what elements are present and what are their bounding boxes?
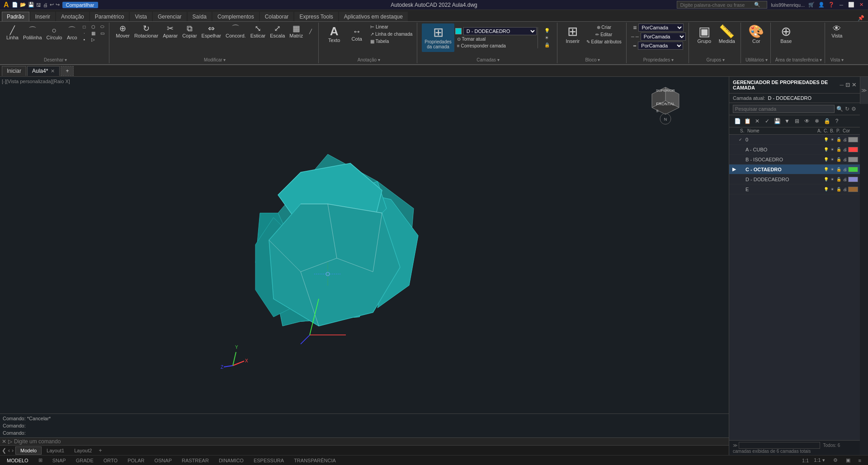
layout-tab-layout1[interactable]: Layout1 bbox=[42, 446, 69, 455]
layer-color-oct[interactable] bbox=[848, 167, 858, 172]
tab-vista[interactable]: Vista bbox=[130, 12, 151, 21]
rect-btn[interactable]: □ bbox=[80, 24, 88, 30]
layer-lock-iso[interactable]: 🔓 bbox=[835, 156, 842, 163]
close-btn[interactable]: ✕ bbox=[858, 2, 864, 8]
search-input[interactable] bbox=[680, 2, 752, 8]
grid-toggle-icon[interactable]: ⊞ bbox=[35, 456, 46, 465]
layer-on-cubo[interactable]: 💡 bbox=[823, 146, 829, 153]
tab-aula4[interactable]: Aula4* ✕ bbox=[27, 66, 60, 76]
layer-print-cubo[interactable]: 🖨 bbox=[842, 146, 848, 153]
restore-btn[interactable]: ⬜ bbox=[848, 2, 854, 8]
layer-freeze-oct[interactable]: ☀ bbox=[829, 166, 835, 173]
layer-freeze-all-btn[interactable]: ❄ bbox=[812, 117, 821, 126]
vista-btn[interactable]: 👁Vista bbox=[830, 23, 844, 39]
share-button[interactable]: Compartilhar bbox=[62, 2, 98, 8]
mover-btn[interactable]: ⊕Mover bbox=[114, 23, 132, 39]
tab-colaborar[interactable]: Colaborar bbox=[260, 12, 294, 21]
grupo-btn[interactable]: ▣Grupo bbox=[693, 23, 715, 46]
polilinha-btn[interactable]: ⌒Polilinha bbox=[21, 25, 44, 41]
layer-state-btn[interactable]: 💾 bbox=[773, 117, 782, 126]
grade-btn[interactable]: GRADE bbox=[73, 456, 97, 465]
rastrear-btn[interactable]: RASTREAR bbox=[179, 456, 212, 465]
layer-lock-0[interactable]: 🔓 bbox=[835, 136, 842, 143]
layout-next-icon[interactable]: › bbox=[12, 447, 14, 454]
polar-btn[interactable]: POLAR bbox=[124, 456, 147, 465]
undo-icon[interactable]: ↩ bbox=[50, 2, 54, 8]
layer-color-cubo[interactable] bbox=[848, 147, 858, 152]
prop-linetype-select[interactable]: PorCamada bbox=[641, 33, 686, 41]
base-btn[interactable]: ⊕Base bbox=[775, 23, 797, 46]
espessura-btn[interactable]: ESPESSURA bbox=[250, 456, 287, 465]
layer-color-e[interactable] bbox=[848, 187, 858, 192]
layer-color-iso[interactable] bbox=[848, 157, 858, 162]
layer-search-input[interactable] bbox=[733, 105, 835, 113]
ellipse-btn[interactable]: ⬭ bbox=[98, 23, 106, 30]
tab-parametrico[interactable]: Paramétrico bbox=[90, 12, 129, 21]
layer-freeze-0[interactable]: ☀ bbox=[829, 136, 835, 143]
layer-settings-icon[interactable]: ⚙ bbox=[851, 106, 856, 112]
layout-expand-icon[interactable]: ❮ bbox=[2, 447, 6, 454]
layer-row-iso[interactable]: B - ISOCAEDRO 💡 ☀ 🔓 🖨 bbox=[729, 155, 860, 164]
tab-gerenciar[interactable]: Gerenciar bbox=[153, 12, 187, 21]
layer-row-oct[interactable]: ▶ C - OCTAEDRO 💡 ☀ 🔓 🖨 bbox=[729, 164, 860, 174]
prop-color-select[interactable]: PorCamada bbox=[638, 23, 684, 32]
tab-express[interactable]: Express Tools bbox=[294, 12, 338, 21]
layer-row-cubo[interactable]: A - CUBO 💡 ☀ 🔓 🖨 bbox=[729, 145, 860, 155]
rotacionar-btn[interactable]: ↻Rotacionar bbox=[132, 23, 160, 39]
dinamico-btn[interactable]: DINAMICO bbox=[216, 456, 247, 465]
viewport[interactable]: [-][Vista personalizada][Raio X] bbox=[0, 77, 729, 455]
layer-print-oct[interactable]: 🖨 bbox=[842, 166, 848, 173]
customize-btn[interactable]: ≡ bbox=[855, 456, 864, 465]
ribbon-pin-icon[interactable]: 📌 bbox=[854, 15, 868, 21]
layout-add-btn[interactable]: + bbox=[99, 447, 102, 454]
layer-selector[interactable]: D - DODECAEDRO bbox=[463, 27, 537, 35]
layer-panel-close-btn[interactable]: ✕ bbox=[852, 82, 856, 88]
layer-lock-oct[interactable]: 🔓 bbox=[835, 166, 842, 173]
layer-print-dod[interactable]: 🖨 bbox=[842, 176, 848, 183]
linear-btn[interactable]: ⊢ Linear bbox=[368, 23, 390, 30]
layer-print-0[interactable]: 🖨 bbox=[842, 136, 848, 143]
layer-filter-tree-btn[interactable]: ≫ bbox=[733, 443, 737, 448]
circulo-btn[interactable]: ○Círculo bbox=[45, 25, 64, 41]
layer-on-btn[interactable]: 💡 bbox=[540, 27, 554, 34]
layer-merge-btn[interactable]: ⊞ bbox=[793, 117, 802, 126]
layer-lock-dod[interactable]: 🔓 bbox=[835, 176, 842, 183]
layer-on-0[interactable]: 💡 bbox=[823, 136, 829, 143]
cleanscreen-btn[interactable]: ▣ bbox=[843, 456, 854, 465]
escala-btn[interactable]: ⤢Escala bbox=[268, 23, 287, 39]
cota-btn[interactable]: ↔Cota bbox=[346, 25, 368, 43]
tab-new-btn[interactable]: + bbox=[61, 66, 74, 76]
minimize-btn[interactable]: ─ bbox=[838, 2, 844, 8]
layer-new-btn[interactable]: 📄 bbox=[733, 117, 742, 126]
corresponder-camada-btn[interactable]: ≡ Corresponder camada bbox=[455, 43, 508, 49]
criar-bloco-btn[interactable]: ⊕ Criar bbox=[585, 24, 623, 31]
model-btn[interactable]: MODELO bbox=[4, 456, 32, 465]
layer-panel-float-btn[interactable]: ⊡ bbox=[845, 82, 850, 88]
account-icon[interactable]: 👤 bbox=[818, 2, 825, 8]
open-icon[interactable]: 📂 bbox=[20, 2, 26, 8]
layer-lock-btn[interactable]: 🔒 bbox=[540, 42, 554, 48]
chamfer-btn[interactable]: ╱ bbox=[306, 28, 316, 35]
linha-btn[interactable]: ╱Linha bbox=[5, 25, 20, 41]
layer-new-prop-btn[interactable]: 📋 bbox=[743, 117, 752, 126]
layer-delete-btn[interactable]: ✕ bbox=[753, 117, 762, 126]
copiar-btn[interactable]: ⧉Copiar bbox=[180, 23, 198, 39]
hatch-btn[interactable]: ▦ bbox=[89, 30, 97, 36]
revision-btn[interactable]: ▷ bbox=[89, 37, 97, 42]
editar-bloco-btn[interactable]: ✏ Editar bbox=[585, 31, 623, 38]
layer-on-dod[interactable]: 💡 bbox=[823, 176, 829, 183]
layer-refresh-icon[interactable]: ↻ bbox=[845, 106, 849, 112]
layer-color-dod[interactable] bbox=[848, 177, 858, 182]
editar-attr-btn[interactable]: ✎ Editar atributos bbox=[585, 38, 623, 45]
layer-on-iso[interactable]: 💡 bbox=[823, 156, 829, 163]
layer-print-e[interactable]: 🖨 bbox=[842, 186, 848, 193]
save-icon[interactable]: 💾 bbox=[28, 2, 34, 8]
esticar-btn[interactable]: ⤡Esticar bbox=[249, 23, 268, 39]
point-btn[interactable]: · bbox=[80, 30, 88, 36]
layer-print-iso[interactable]: 🖨 bbox=[842, 156, 848, 163]
tab-iniciar[interactable]: Iniciar bbox=[2, 66, 26, 76]
layer-freeze-iso[interactable]: ☀ bbox=[829, 156, 835, 163]
orto-btn[interactable]: ORTO bbox=[100, 456, 121, 465]
layer-on-oct[interactable]: 💡 bbox=[823, 166, 829, 173]
wipeout-btn[interactable]: ▪ bbox=[80, 37, 88, 42]
